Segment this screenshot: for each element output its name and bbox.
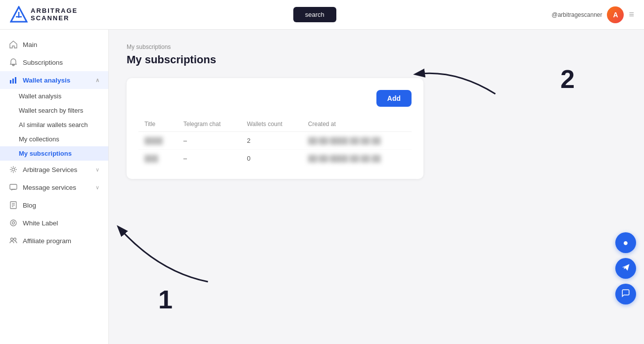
cell-wallets-1: 2 xyxy=(241,132,302,150)
cell-wallets-2: 0 xyxy=(241,150,302,168)
subscriptions-card: Add Title Telegram chat Wallets count Cr… xyxy=(127,78,423,179)
chevron-up-icon: ∧ xyxy=(95,77,99,84)
header-right: @arbitragescanner A ≡ xyxy=(552,6,634,23)
logo-icon xyxy=(10,6,28,24)
sidebar-label-my-collections: My collections xyxy=(19,135,59,143)
svg-point-6 xyxy=(12,168,15,171)
table-header-row: Title Telegram chat Wallets count Create… xyxy=(138,117,412,132)
sidebar-label-my-subscriptions: My subscriptions xyxy=(19,150,72,157)
sidebar-item-my-subscriptions[interactable]: My subscriptions xyxy=(0,146,108,161)
sidebar-item-my-collections[interactable]: My collections xyxy=(0,132,108,146)
svg-rect-4 xyxy=(12,79,14,84)
header-center: search xyxy=(293,7,336,22)
whatsapp-fab[interactable]: ● xyxy=(615,232,636,253)
sidebar-item-wallet-analysis[interactable]: Wallet analysis ∧ xyxy=(0,71,108,89)
col-created-at: Created at xyxy=(302,117,412,132)
cell-created-2: ██/██/████ ██:██:██ xyxy=(302,150,412,168)
sidebar-label-wallet-search-filters: Wallet search by filters xyxy=(19,107,83,114)
table-row: ████ – 2 ██/██/████ ██:██:██ xyxy=(138,132,412,150)
logo-text: ARBITRAGE SCANNER xyxy=(31,7,78,22)
logo-bottom-line: SCANNER xyxy=(31,15,78,22)
breadcrumb: My subscriptions xyxy=(127,43,626,50)
main-content: My subscriptions My subscriptions Add Ti… xyxy=(109,30,644,344)
bell-icon xyxy=(9,58,18,67)
people-icon xyxy=(9,236,18,245)
sidebar-item-arbitrage-services[interactable]: Arbitrage Services ∨ xyxy=(0,161,108,178)
avatar: A xyxy=(607,6,624,23)
card-header: Add xyxy=(138,90,412,107)
chevron-down-icon-arbitrage: ∨ xyxy=(95,167,99,173)
label-icon xyxy=(9,218,18,227)
svg-point-15 xyxy=(14,238,16,241)
col-wallets-count: Wallets count xyxy=(241,117,302,132)
sidebar-label-white-label: White Label xyxy=(23,219,58,227)
home-icon xyxy=(9,40,18,49)
svg-rect-5 xyxy=(15,77,16,84)
sidebar-item-affiliate-program[interactable]: Affiliate program xyxy=(0,232,108,250)
cell-telegram-2: – xyxy=(178,150,241,168)
add-button[interactable]: Add xyxy=(376,90,412,107)
logo: ARBITRAGE SCANNER xyxy=(10,6,78,24)
sidebar-label-message-services: Message services xyxy=(23,184,76,191)
logo-top-line: ARBITRAGE xyxy=(31,7,78,14)
sidebar-item-subscriptions[interactable]: Subscriptions xyxy=(0,53,108,71)
chat-fab[interactable] xyxy=(615,284,636,304)
sidebar-label-subscriptions: Subscriptions xyxy=(23,59,63,66)
table-row: ███ – 0 ██/██/████ ██:██:██ xyxy=(138,150,412,168)
cell-title-2: ███ xyxy=(138,150,178,168)
telegram-icon xyxy=(621,263,630,274)
col-title: Title xyxy=(138,117,178,132)
subscriptions-table: Title Telegram chat Wallets count Create… xyxy=(138,117,412,167)
gear-icon xyxy=(9,165,18,174)
header-username: @arbitragescanner xyxy=(552,11,602,18)
sidebar-label-ai-similar-wallets: AI similar wallets search xyxy=(19,121,88,129)
chevron-down-icon-message: ∨ xyxy=(95,184,99,191)
sidebar-item-wallet-search-filters[interactable]: Wallet search by filters xyxy=(0,103,108,118)
arrows-overlay xyxy=(109,30,644,344)
fab-container: ● xyxy=(615,232,636,304)
sidebar-label-blog: Blog xyxy=(23,202,36,209)
cell-telegram-1: – xyxy=(178,132,241,150)
sidebar-label-arbitrage-services: Arbitrage Services xyxy=(23,166,77,173)
page-title: My subscriptions xyxy=(127,53,626,66)
cell-created-1: ██/██/████ ██:██:██ xyxy=(302,132,412,150)
sidebar-item-ai-similar-wallets[interactable]: AI similar wallets search xyxy=(0,118,108,132)
blog-icon xyxy=(9,201,18,210)
header-menu-icon[interactable]: ≡ xyxy=(629,9,634,20)
sidebar-label-wallet-analysis-sub: Wallet analysis xyxy=(19,92,61,100)
sidebar-item-main[interactable]: Main xyxy=(0,36,108,53)
sidebar-label-affiliate: Affiliate program xyxy=(23,237,71,245)
layout: Main Subscriptions Wallet analysis ∧ Wal… xyxy=(0,30,644,344)
svg-rect-7 xyxy=(10,184,17,189)
cell-title-1: ████ xyxy=(138,132,178,150)
annotation-label-2: 2 xyxy=(560,64,575,94)
sidebar-item-white-label[interactable]: White Label xyxy=(0,214,108,232)
sidebar-label-wallet-analysis: Wallet analysis xyxy=(23,77,70,84)
annotation-label-1: 1 xyxy=(158,285,173,314)
svg-point-12 xyxy=(10,220,16,226)
svg-point-13 xyxy=(12,222,15,224)
svg-point-14 xyxy=(11,238,13,241)
sidebar-item-wallet-analysis-sub[interactable]: Wallet analysis xyxy=(0,89,108,103)
sidebar-item-blog[interactable]: Blog xyxy=(0,196,108,214)
chat-icon xyxy=(621,289,630,300)
sidebar-label-main: Main xyxy=(23,41,37,48)
sidebar: Main Subscriptions Wallet analysis ∧ Wal… xyxy=(0,30,109,344)
svg-rect-3 xyxy=(10,80,11,84)
header: ARBITRAGE SCANNER search @arbitragescann… xyxy=(0,0,644,30)
chart-icon xyxy=(9,76,18,85)
sidebar-item-message-services[interactable]: Message services ∨ xyxy=(0,178,108,196)
whatsapp-icon: ● xyxy=(623,238,629,248)
message-icon xyxy=(9,183,18,192)
col-telegram: Telegram chat xyxy=(178,117,241,132)
telegram-fab[interactable] xyxy=(615,258,636,279)
header-search-button[interactable]: search xyxy=(293,7,336,22)
